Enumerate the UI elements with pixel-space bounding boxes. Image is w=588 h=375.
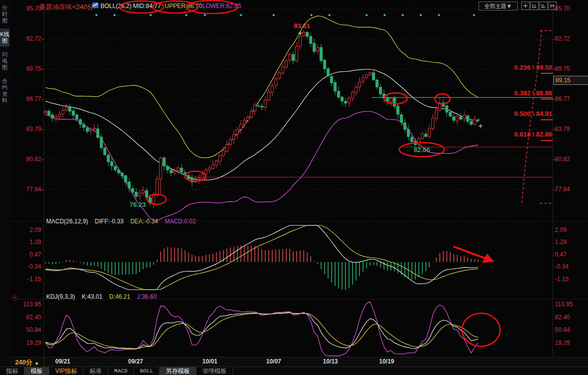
bottom-price-label: 76.23 <box>130 201 146 208</box>
kdj-axis-label-left: 113.95 <box>10 301 41 308</box>
kdj-axis-label-right: 19.29 <box>555 339 570 346</box>
instrument-title: 美原油连续 <box>39 3 72 12</box>
price-axis-label-right: 89.75 <box>555 65 570 72</box>
kdj-d-value: D:46.21 <box>109 293 130 300</box>
sidebar-tab-kline-chart[interactable]: K线图 <box>0 29 10 47</box>
price-axis-label-right: 80.82 <box>555 156 570 163</box>
price-axis-label-left: 92.72 <box>10 35 41 42</box>
price-axis-label-right: 86.77 <box>555 95 570 102</box>
price-axis-label-left: 95.70 <box>10 5 41 12</box>
swing-low-price-label: 82.06 <box>414 146 430 154</box>
timeline-row: 240分 ▲ <box>10 357 588 367</box>
crosshair-icon[interactable] <box>521 2 530 10</box>
price-axis-label-right: 95.70 <box>555 5 570 12</box>
price-axis-label-left: 86.77 <box>10 95 41 102</box>
left-sidebar: 分时图 K线图 闪电图 合约资料 <box>0 0 10 375</box>
fib-level-0500: 0.500 \ 84.91 <box>514 110 552 117</box>
price-axis-label-right: 92.72 <box>555 35 570 42</box>
date-label: 09/27 <box>128 358 143 365</box>
date-label: 10/01 <box>202 358 217 365</box>
macd-axis-label-right: 1.28 <box>555 238 566 245</box>
kdj-params: KDJ(9,3,3) <box>46 293 75 300</box>
toolbar-item-templates[interactable]: 模板 <box>25 367 49 375</box>
macd-axis-label-left: 0.47 <box>10 251 41 258</box>
main-chart-plot[interactable] <box>44 7 553 216</box>
macd-macd-value: MACD:0.02 <box>165 218 196 225</box>
kdj-axis-label-left: 82.40 <box>10 314 41 321</box>
toolbar-item-indicators[interactable]: 指标 <box>0 367 25 375</box>
theme-dropdown-button[interactable]: 全部主题▼ <box>479 2 518 11</box>
toolbar-item-vip-indicators[interactable]: VIP指标 <box>49 367 83 375</box>
price-axis-label-left: 80.82 <box>10 156 41 163</box>
sidebar-tab-contract-info[interactable]: 合约资料 <box>0 75 10 106</box>
price-axis-label-right: 77.84 <box>555 186 570 193</box>
kdj-j-value: J:36.60 <box>137 293 157 300</box>
boll-mid-value: MID:84.77 <box>133 3 161 10</box>
toolbar-item-manage-template[interactable]: 管理模板 <box>196 367 233 375</box>
macd-dea-value: DEA:-0.34 <box>130 218 158 225</box>
fib-level-0236: 0.236 \ 89.50 <box>514 64 552 71</box>
date-label: 10/19 <box>379 358 394 365</box>
price-axis-label-left: 89.75 <box>10 65 41 72</box>
boll-label: BOLL(26,2) <box>100 3 132 10</box>
macd-diff-value: DIFF:-0.33 <box>95 218 124 225</box>
peak-price-label: 93.61 <box>294 22 310 30</box>
price-tag: 89.15 <box>553 76 588 85</box>
date-label: 10/07 <box>266 358 281 365</box>
macd-axis-label-right: -1.15 <box>555 276 568 283</box>
indicator-icon <box>92 2 99 10</box>
boll-upper-value: UPPER:86.70 <box>165 3 202 10</box>
bottom-toolbar: 指标 模板 VIP指标 标准 MACD BOLL 另存模板 管理模板 <box>0 366 588 375</box>
price-axis-label-left: 83.79 <box>10 126 41 133</box>
macd-axis-label-left: 1.28 <box>10 238 41 245</box>
period-arrow-icon: ▲ <box>34 360 39 365</box>
period-label: 240分 <box>15 358 33 366</box>
kdj-axis-label-left: 50.84 <box>10 326 41 333</box>
date-label: 10/13 <box>323 358 338 365</box>
price-axis-label-right: 83.79 <box>555 126 570 133</box>
macd-panel-plot[interactable] <box>44 225 553 291</box>
indicator-settings-icon[interactable] <box>12 295 18 301</box>
macd-params: MACD(26,12,9) <box>46 218 88 225</box>
kdj-axis-label-left: 19.29 <box>10 339 41 346</box>
zoom-out-icon[interactable] <box>530 2 539 10</box>
macd-axis-label-left: -0.34 <box>10 263 41 270</box>
futures-chart-app: 分时图 K线图 闪电图 合约资料 美原油连续 <240分> BOLL(26,2)… <box>0 0 588 375</box>
toolbar-item-save-template[interactable]: 另存模板 <box>160 367 196 375</box>
macd-axis-label-right: 0.47 <box>555 251 566 258</box>
toolbar-item-standard[interactable]: 标准 <box>83 367 108 375</box>
toolbar-item-boll[interactable]: BOLL <box>134 367 160 375</box>
toolbar-item-macd[interactable]: MACD <box>108 367 134 375</box>
boll-lower-value: LOWER:82.85 <box>202 3 241 10</box>
macd-axis-label-left: -1.15 <box>10 276 41 283</box>
price-axis-label-left: 77.84 <box>10 186 41 193</box>
kdj-k-value: K:43.01 <box>82 293 102 300</box>
macd-header: MACD(26,12,9) DIFF:-0.33 DEA:-0.34 MACD:… <box>46 218 201 225</box>
chart-header: 美原油连续 <240分> BOLL(26,2) MID:84.77 UPPER:… <box>0 0 588 14</box>
fib-level-0382: 0.382 \ 86.96 <box>514 89 552 97</box>
kdj-header: KDJ(9,3,3) K:43.01 D:46.21 J:36.60 <box>46 293 162 300</box>
zoom-in-icon[interactable] <box>539 2 548 10</box>
macd-axis-label-right: -0.34 <box>555 263 568 270</box>
kdj-panel-plot[interactable] <box>44 300 553 356</box>
period-selector[interactable]: 240分 ▲ <box>10 357 45 367</box>
kdj-axis-label-right: 50.84 <box>555 326 570 333</box>
macd-axis-label-left: 2.09 <box>10 226 41 233</box>
sidebar-tab-lightning-chart[interactable]: 闪电图 <box>0 49 10 73</box>
macd-axis-label-right: 2.09 <box>555 226 566 233</box>
kdj-axis-label-right: 113.95 <box>555 301 573 308</box>
date-label: 09/21 <box>55 358 70 365</box>
kdj-axis-label-right: 82.40 <box>555 314 570 321</box>
fib-level-0618: 0.618 \ 82.86 <box>514 131 552 138</box>
